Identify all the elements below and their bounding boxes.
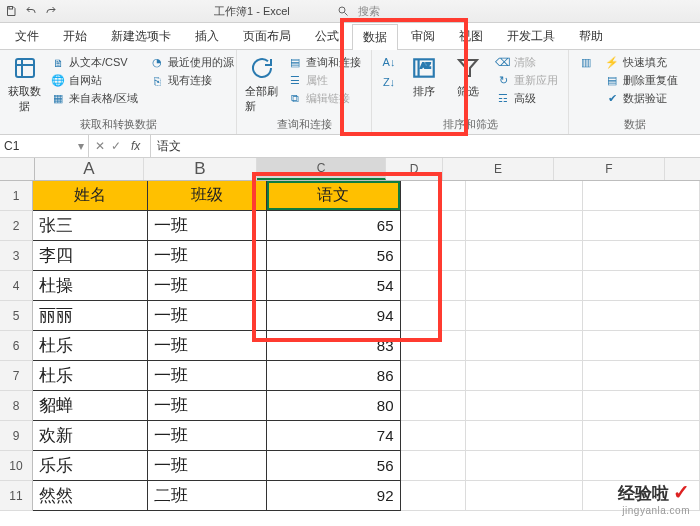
- cell-E1[interactable]: [466, 181, 583, 211]
- sort-asc-button[interactable]: A↓: [380, 54, 398, 70]
- refresh-all-button[interactable]: 全部刷新: [245, 54, 278, 114]
- cell[interactable]: 李四: [33, 241, 148, 271]
- undo-icon[interactable]: [24, 4, 38, 18]
- cell[interactable]: [583, 361, 700, 391]
- cell[interactable]: 56: [267, 241, 401, 271]
- row-header[interactable]: 5: [0, 301, 33, 331]
- row-header[interactable]: 7: [0, 361, 33, 391]
- cell[interactable]: 一班: [148, 301, 267, 331]
- cell[interactable]: [466, 301, 583, 331]
- col-header-A[interactable]: A: [35, 158, 144, 180]
- reapply-button[interactable]: ↻重新应用: [494, 72, 560, 89]
- cell[interactable]: 92: [267, 481, 401, 511]
- cell[interactable]: [466, 331, 583, 361]
- cell[interactable]: [401, 361, 467, 391]
- cell[interactable]: [466, 451, 583, 481]
- cell[interactable]: 貂蝉: [33, 391, 148, 421]
- data-validation-button[interactable]: ✔数据验证: [603, 90, 680, 107]
- cell[interactable]: [401, 331, 467, 361]
- row-header[interactable]: 2: [0, 211, 33, 241]
- cell[interactable]: [583, 271, 700, 301]
- row-header[interactable]: 8: [0, 391, 33, 421]
- remove-dup-button[interactable]: ▤删除重复值: [603, 72, 680, 89]
- clear-button[interactable]: ⌫清除: [494, 54, 560, 71]
- cell[interactable]: 65: [267, 211, 401, 241]
- cell[interactable]: 然然: [33, 481, 148, 511]
- cell[interactable]: 一班: [148, 391, 267, 421]
- filter-button[interactable]: 筛选: [450, 54, 486, 99]
- select-all-corner[interactable]: [0, 158, 35, 181]
- tab-formulas[interactable]: 公式: [304, 23, 350, 49]
- cell[interactable]: [401, 421, 467, 451]
- cell[interactable]: [401, 241, 467, 271]
- cell[interactable]: [466, 421, 583, 451]
- cell[interactable]: 杜操: [33, 271, 148, 301]
- cell[interactable]: 74: [267, 421, 401, 451]
- col-header-B[interactable]: B: [144, 158, 257, 180]
- cell[interactable]: 杜乐: [33, 331, 148, 361]
- col-header-D[interactable]: D: [386, 158, 443, 180]
- sort-desc-button[interactable]: Z↓: [380, 74, 398, 90]
- fx-icon[interactable]: fx: [127, 139, 144, 153]
- tab-layout[interactable]: 页面布局: [232, 23, 302, 49]
- flash-fill-button[interactable]: ⚡快速填充: [603, 54, 680, 71]
- cell[interactable]: [401, 391, 467, 421]
- cell[interactable]: [466, 361, 583, 391]
- cell[interactable]: 二班: [148, 481, 267, 511]
- edit-links-button[interactable]: ⧉编辑链接: [286, 90, 363, 107]
- cell[interactable]: 83: [267, 331, 401, 361]
- cell[interactable]: [466, 241, 583, 271]
- tab-addin[interactable]: 新建选项卡: [100, 23, 182, 49]
- formula-bar[interactable]: 语文: [150, 135, 700, 157]
- cell[interactable]: [583, 421, 700, 451]
- cell-B1[interactable]: 班级: [148, 181, 267, 211]
- cell[interactable]: 一班: [148, 241, 267, 271]
- queries-button[interactable]: ▤查询和连接: [286, 54, 363, 71]
- cell[interactable]: 张三: [33, 211, 148, 241]
- cell[interactable]: [401, 481, 467, 511]
- col-header-C[interactable]: C: [257, 158, 386, 180]
- cell[interactable]: 94: [267, 301, 401, 331]
- from-table-button[interactable]: ▦来自表格/区域: [49, 90, 140, 107]
- cell[interactable]: [401, 211, 467, 241]
- search-placeholder[interactable]: 搜索: [358, 4, 380, 19]
- cell[interactable]: 乐乐: [33, 451, 148, 481]
- cell[interactable]: [583, 301, 700, 331]
- tab-file[interactable]: 文件: [4, 23, 50, 49]
- cell[interactable]: [401, 451, 467, 481]
- tab-dev[interactable]: 开发工具: [496, 23, 566, 49]
- row-header[interactable]: 6: [0, 331, 33, 361]
- cell-D1[interactable]: [401, 181, 467, 211]
- cell[interactable]: 一班: [148, 331, 267, 361]
- cell[interactable]: 56: [267, 451, 401, 481]
- cell-A1[interactable]: 姓名: [33, 181, 148, 211]
- row-header[interactable]: 1: [0, 181, 33, 211]
- cell[interactable]: [466, 481, 583, 511]
- cell[interactable]: 杜乐: [33, 361, 148, 391]
- sort-button[interactable]: AZ 排序: [406, 54, 442, 99]
- tab-view[interactable]: 视图: [448, 23, 494, 49]
- cell[interactable]: [583, 211, 700, 241]
- properties-button[interactable]: ☰属性: [286, 72, 363, 89]
- get-data-button[interactable]: 获取数 据: [8, 54, 41, 114]
- col-header-F[interactable]: F: [554, 158, 665, 180]
- col-header-E[interactable]: E: [443, 158, 554, 180]
- from-web-button[interactable]: 🌐自网站: [49, 72, 140, 89]
- redo-icon[interactable]: [44, 4, 58, 18]
- cell[interactable]: 一班: [148, 211, 267, 241]
- cell[interactable]: 80: [267, 391, 401, 421]
- row-header[interactable]: 9: [0, 421, 33, 451]
- cell[interactable]: 一班: [148, 451, 267, 481]
- cell[interactable]: 一班: [148, 421, 267, 451]
- text-to-col-button[interactable]: ▥: [577, 54, 595, 70]
- cell[interactable]: [401, 301, 467, 331]
- row-header[interactable]: 11: [0, 481, 33, 511]
- cell[interactable]: [401, 271, 467, 301]
- cell-C1[interactable]: 语文: [267, 181, 401, 211]
- cell-F1[interactable]: [583, 181, 700, 211]
- cell[interactable]: 欢新: [33, 421, 148, 451]
- cell[interactable]: [583, 331, 700, 361]
- cell[interactable]: [466, 211, 583, 241]
- cell[interactable]: 一班: [148, 361, 267, 391]
- tab-insert[interactable]: 插入: [184, 23, 230, 49]
